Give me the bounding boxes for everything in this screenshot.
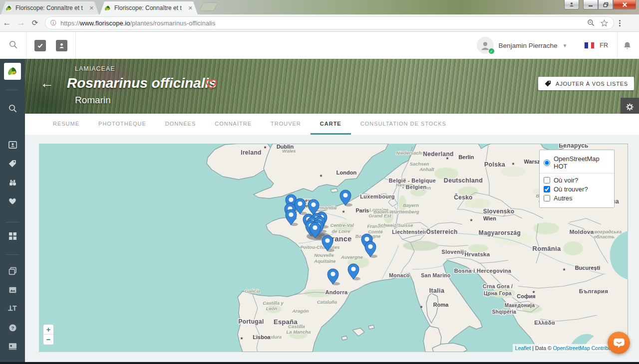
browser-tab-1[interactable]: Floriscope: Connaître et t ✕	[1, 1, 99, 14]
tab-trouver[interactable]: TROUVER	[261, 114, 311, 135]
sidebar-grid-icon[interactable]	[0, 232, 25, 242]
city-star-icon: ★	[240, 336, 243, 341]
tab-carte[interactable]: CARTE	[311, 114, 351, 135]
floriscope-logo[interactable]	[4, 63, 21, 80]
minimize-button[interactable]	[583, 0, 598, 9]
layer-option[interactable]: Où voir?	[544, 177, 610, 184]
map-label: Poitou-Charentes	[300, 244, 339, 250]
zoom-in-button[interactable]: +	[43, 325, 53, 335]
map-label: Liechtenstein	[392, 229, 428, 235]
contacts-icon[interactable]	[56, 40, 67, 51]
tab-close-icon[interactable]: ✕	[88, 5, 95, 11]
chevron-down-icon[interactable]: ▼	[562, 43, 567, 48]
url-bar[interactable]: ⓘ https://www.floriscope.io/plantes/rosm…	[45, 16, 614, 29]
page-info-icon[interactable]: ⓘ	[50, 19, 56, 27]
browser-menu-icon[interactable]	[619, 20, 621, 26]
url-text[interactable]: https://www.floriscope.io/plantes/rosmar…	[60, 19, 587, 27]
sidebar-heart-icon[interactable]	[0, 197, 25, 207]
sidebar-typography-icon[interactable]: ꓕT	[0, 304, 25, 312]
radio-openstreetmap-hot[interactable]	[544, 160, 550, 166]
person-icon	[569, 1, 575, 7]
user-name[interactable]: Benjamin Pierrache	[499, 42, 558, 49]
tab-close-icon[interactable]: ✕	[187, 5, 194, 11]
map-label: România	[532, 245, 561, 252]
map-label: Bayern	[403, 202, 419, 208]
chat-widget-button[interactable]	[608, 332, 630, 354]
tab-conna-tre[interactable]: CONNAÎTRE	[205, 114, 261, 135]
map-label: Hrvatska	[465, 251, 490, 257]
map-label: San Marino	[421, 272, 451, 278]
tab-phototh-que[interactable]: PHOTOTHÈQUE	[89, 114, 156, 135]
language-label[interactable]: FR	[600, 42, 608, 49]
sidebar-image-icon[interactable]	[0, 286, 25, 296]
online-badge: ✓	[488, 48, 495, 54]
sidebar-media-icon[interactable]	[0, 343, 25, 352]
plant-family: LAMIACEAE	[75, 65, 115, 72]
map-label: Deutschland	[444, 177, 483, 184]
search-icon[interactable]	[8, 40, 18, 49]
map-label: Roma	[433, 302, 449, 308]
zoom-out-button[interactable]: −	[43, 335, 53, 345]
tab-donn-es[interactable]: DONNÉES	[156, 114, 205, 135]
map-label: Paris	[356, 207, 369, 213]
reload-icon[interactable]: ⟳	[28, 18, 42, 27]
plant-hero-banner: LAMIACEAE ← Rosmarinus officinalis Romar…	[25, 59, 639, 114]
checkbox-o-trouver-[interactable]	[544, 186, 550, 192]
chat-bubble-icon	[613, 337, 626, 350]
notifications-bell-icon[interactable]	[623, 41, 632, 50]
sidebar-help-icon[interactable]: ?	[0, 324, 25, 334]
map-label: Wien	[483, 215, 496, 221]
back-arrow[interactable]: ←	[40, 75, 54, 91]
map-label: область	[594, 234, 615, 239]
section-tab-nav: RÉSUMÉPHOTOTHÈQUEDONNÉESCONNAÎTRETROUVER…	[25, 114, 639, 135]
city-star-icon: ★	[263, 145, 267, 150]
map-label: La Mancha	[286, 329, 311, 335]
checkbox-o-voir-[interactable]	[544, 177, 550, 183]
layer-option[interactable]: OpenStreetMap HOT	[544, 155, 610, 170]
restore-button[interactable]	[598, 0, 613, 9]
french-flag-icon[interactable]	[584, 42, 595, 49]
sidebar-search-icon[interactable]	[0, 104, 25, 115]
back-icon[interactable]: ←	[0, 18, 14, 28]
map-label: Sachsen	[409, 161, 429, 167]
map-label: Aragón	[292, 308, 309, 314]
map-label: Castilla y	[263, 300, 284, 306]
map-label: Andorra	[325, 289, 348, 295]
layer-option[interactable]: Autres	[544, 194, 610, 202]
map-label: Беларусь	[559, 144, 589, 149]
settings-gear-button[interactable]	[621, 98, 639, 116]
browser-tab-2-active[interactable]: Floriscope: Connaître et t ✕	[100, 1, 198, 14]
browser-titlebar: Floriscope: Connaître et t ✕ Floriscope:…	[0, 0, 639, 14]
sidebar-tag-icon[interactable]	[0, 159, 25, 170]
map-label: Italia	[429, 287, 445, 294]
map-label: Ireland	[241, 149, 261, 156]
leaflet-link[interactable]: Leaflet	[515, 345, 531, 351]
close-icon	[622, 2, 628, 7]
add-to-lists-button[interactable]: AJOUTER À VOS LISTES	[538, 77, 634, 90]
sidebar-contact-card-icon[interactable]	[0, 140, 25, 152]
layer-option[interactable]: Où trouver?	[544, 185, 610, 193]
tasks-icon[interactable]	[34, 40, 46, 51]
floriscope-favicon	[5, 4, 12, 12]
profile-window-button[interactable]	[564, 0, 579, 9]
close-button[interactable]	[613, 0, 636, 9]
new-tab-button[interactable]	[200, 3, 218, 10]
bookmark-star-icon[interactable]	[600, 19, 609, 27]
minimize-icon	[588, 2, 593, 7]
zoom-control[interactable]: + −	[43, 324, 54, 345]
sidebar-collections-icon[interactable]	[0, 267, 25, 277]
page-content: WalesNormandieCentre-Valde LoireLorraine…	[25, 135, 639, 364]
layer-control[interactable]: OpenStreetMap HOTOù voir?Où trouver?Autr…	[539, 150, 615, 208]
leaflet-map[interactable]: WalesNormandieCentre-Valde LoireLorraine…	[39, 144, 628, 352]
sidebar-binoculars-icon[interactable]	[0, 178, 25, 189]
checkbox-autres[interactable]	[544, 195, 550, 201]
zoom-indicator-icon[interactable]	[587, 19, 595, 27]
map-label: София	[517, 293, 535, 299]
forward-icon[interactable]: →	[14, 18, 28, 28]
tab-r-sum-[interactable]: RÉSUMÉ	[43, 114, 89, 135]
tab-consultation-de-stocks[interactable]: CONSULTATION DE STOCKS	[351, 114, 456, 135]
user-avatar[interactable]: ✓	[477, 37, 494, 54]
map-label: Slovenija	[442, 249, 468, 255]
favorite-heart-icon[interactable]	[205, 78, 218, 90]
map-label: - Belgien	[402, 184, 426, 190]
